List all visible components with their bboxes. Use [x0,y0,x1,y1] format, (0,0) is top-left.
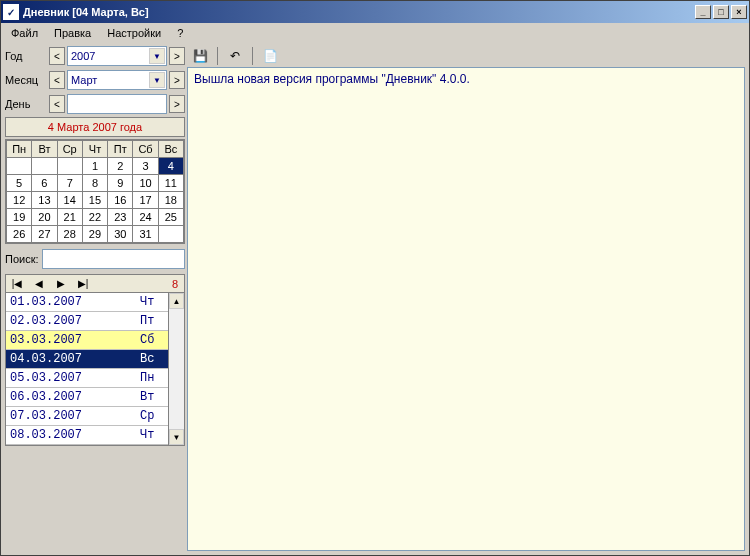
calendar-day [158,226,183,243]
calendar-day[interactable]: 18 [158,192,183,209]
entries-list: 01.03.2007Чт02.03.2007Пт03.03.2007Сб04.0… [6,293,168,445]
list-item[interactable]: 02.03.2007Пт [6,312,168,331]
calendar-day[interactable]: 1 [82,158,107,175]
calendar-day[interactable]: 13 [32,192,57,209]
close-button[interactable]: × [731,5,747,19]
calendar-day[interactable]: 8 [82,175,107,192]
calendar-weekday: Вс [158,141,183,158]
calendar-day[interactable]: 7 [57,175,82,192]
undo-icon[interactable]: ↶ [224,46,246,66]
list-item[interactable]: 08.03.2007Чт [6,426,168,445]
entry-date: 02.03.2007 [6,314,140,328]
calendar-day[interactable]: 3 [133,158,158,175]
entries-count: 8 [94,278,184,290]
calendar-day [7,158,32,175]
calendar-day[interactable]: 15 [82,192,107,209]
calendar-day[interactable]: 2 [108,158,133,175]
entries-first-button[interactable]: |◀ [6,278,28,289]
month-value: Март [71,74,97,86]
list-item[interactable]: 04.03.2007Вс [6,350,168,369]
calendar-day[interactable]: 31 [133,226,158,243]
editor-text: Вышла новая версия программы "Дневник" 4… [194,72,470,86]
month-combo[interactable]: Март ▼ [67,70,167,90]
day-prev-button[interactable]: < [49,95,65,113]
calendar-day[interactable]: 28 [57,226,82,243]
menu-edit[interactable]: Правка [48,25,97,41]
calendar-day[interactable]: 14 [57,192,82,209]
calendar-day[interactable]: 24 [133,209,158,226]
menu-settings[interactable]: Настройки [101,25,167,41]
maximize-button[interactable]: □ [713,5,729,19]
menubar: Файл Правка Настройки ? [1,23,749,43]
minimize-button[interactable]: _ [695,5,711,19]
entries-panel: |◀ ◀ ▶ ▶| 8 01.03.2007Чт02.03.2007Пт03.0… [5,274,185,446]
entries-last-button[interactable]: ▶| [72,278,94,289]
calendar-day[interactable]: 6 [32,175,57,192]
save-icon[interactable]: 💾 [189,46,211,66]
search-label: Поиск: [5,253,39,265]
calendar-day[interactable]: 5 [7,175,32,192]
year-next-button[interactable]: > [169,47,185,65]
calendar-day[interactable]: 11 [158,175,183,192]
entry-date: 03.03.2007 [6,333,140,347]
calendar-day[interactable]: 22 [82,209,107,226]
scroll-track[interactable] [169,309,184,429]
calendar-day[interactable]: 25 [158,209,183,226]
scrollbar[interactable]: ▲ ▼ [168,293,184,445]
calendar-day[interactable]: 4 [158,158,183,175]
month-prev-button[interactable]: < [49,71,65,89]
list-item[interactable]: 07.03.2007Ср [6,407,168,426]
calendar-weekday: Сб [133,141,158,158]
year-label: Год [5,50,47,62]
chevron-down-icon: ▼ [149,48,165,64]
right-panel: 💾 ↶ 📄 Вышла новая версия программы "Днев… [187,45,745,551]
entries-next-button[interactable]: ▶ [50,278,72,289]
calendar-day[interactable]: 19 [7,209,32,226]
entry-weekday: Пт [140,314,168,328]
toolbar-separator [252,47,253,65]
calendar-day[interactable]: 29 [82,226,107,243]
editor[interactable]: Вышла новая версия программы "Дневник" 4… [187,67,745,551]
day-next-button[interactable]: > [169,95,185,113]
entry-weekday: Вт [140,390,168,404]
calendar: ПнВтСрЧтПтСбВс 1234567891011121314151617… [5,139,185,244]
scroll-down-button[interactable]: ▼ [169,429,184,445]
app-window: ✓ Дневник [04 Марта, Вс] _ □ × Файл Прав… [0,0,750,556]
menu-help[interactable]: ? [171,25,189,41]
calendar-day[interactable]: 27 [32,226,57,243]
menu-file[interactable]: Файл [5,25,44,41]
list-item[interactable]: 03.03.2007Сб [6,331,168,350]
year-prev-button[interactable]: < [49,47,65,65]
day-input[interactable] [67,94,167,114]
scroll-up-button[interactable]: ▲ [169,293,184,309]
search-input[interactable] [42,249,185,269]
new-page-icon[interactable]: 📄 [259,46,281,66]
calendar-day[interactable]: 23 [108,209,133,226]
window-title: Дневник [04 Марта, Вс] [23,6,695,18]
year-combo[interactable]: 2007 ▼ [67,46,167,66]
month-label: Месяц [5,74,47,86]
list-item[interactable]: 06.03.2007Вт [6,388,168,407]
calendar-day[interactable]: 30 [108,226,133,243]
month-next-button[interactable]: > [169,71,185,89]
entry-weekday: Чт [140,295,168,309]
entry-date: 08.03.2007 [6,428,140,442]
calendar-weekday: Вт [32,141,57,158]
calendar-day[interactable]: 12 [7,192,32,209]
calendar-day [32,158,57,175]
calendar-day[interactable]: 21 [57,209,82,226]
calendar-day[interactable]: 26 [7,226,32,243]
calendar-day[interactable]: 10 [133,175,158,192]
calendar-day[interactable]: 9 [108,175,133,192]
titlebar: ✓ Дневник [04 Марта, Вс] _ □ × [1,1,749,23]
list-item[interactable]: 01.03.2007Чт [6,293,168,312]
list-item[interactable]: 05.03.2007Пн [6,369,168,388]
left-panel: Год < 2007 ▼ > Месяц < Март ▼ > День < [5,45,185,551]
calendar-day[interactable]: 17 [133,192,158,209]
entry-weekday: Пн [140,371,168,385]
app-icon: ✓ [3,4,19,20]
calendar-day[interactable]: 20 [32,209,57,226]
calendar-day[interactable]: 16 [108,192,133,209]
entries-prev-button[interactable]: ◀ [28,278,50,289]
calendar-weekday: Пт [108,141,133,158]
